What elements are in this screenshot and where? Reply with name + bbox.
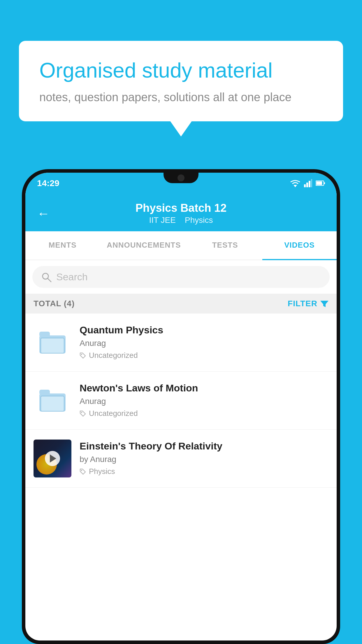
filter-icon [320, 300, 328, 308]
video-info: Newton's Laws of Motion Anurag Uncategor… [80, 382, 328, 418]
play-button[interactable] [45, 451, 60, 466]
tag-label: Uncategorized [89, 351, 138, 360]
status-icons [290, 179, 325, 187]
folder-icon-wrapper [34, 323, 71, 361]
svg-marker-10 [320, 301, 328, 307]
app-header: ← Physics Batch 12 IIT JEE Physics [25, 194, 337, 231]
speech-bubble-section: Organised study material notes, question… [19, 41, 343, 121]
tag-label: Physics [89, 467, 115, 476]
search-container: Search [25, 260, 337, 294]
video-author: by Anurag [80, 455, 328, 464]
list-item[interactable]: Einstein's Theory Of Relativity by Anura… [25, 430, 337, 488]
svg-line-9 [48, 278, 51, 282]
svg-point-11 [81, 354, 82, 355]
header-title: Physics Batch 12 [59, 202, 303, 214]
filter-bar: TOTAL (4) FILTER [25, 294, 337, 314]
video-list: Quantum Physics Anurag Uncategorized [25, 314, 337, 488]
list-item[interactable]: Quantum Physics Anurag Uncategorized [25, 314, 337, 372]
tabs-bar: MENTS ANNOUNCEMENTS TESTS VIDEOS [25, 231, 337, 260]
phone-screen: 14:29 [25, 173, 337, 640]
battery-icon [316, 180, 325, 186]
list-item[interactable]: Newton's Laws of Motion Anurag Uncategor… [25, 372, 337, 430]
phone-frame: 14:29 [22, 169, 340, 644]
svg-point-12 [81, 412, 82, 413]
folder-icon-wrapper [34, 382, 71, 419]
svg-point-13 [81, 470, 82, 471]
search-placeholder: Search [56, 271, 88, 283]
svg-rect-4 [311, 179, 312, 187]
tab-announcements[interactable]: ANNOUNCEMENTS [100, 231, 188, 260]
video-title: Quantum Physics [80, 323, 328, 336]
speech-bubble-card: Organised study material notes, question… [19, 41, 343, 121]
folder-icon [39, 390, 66, 412]
video-title: Newton's Laws of Motion [80, 382, 328, 394]
filter-label: FILTER [288, 299, 317, 308]
speech-bubble-subtext: notes, question papers, solutions all at… [39, 91, 323, 104]
speech-bubble-heading: Organised study material [39, 58, 323, 83]
video-tag: Uncategorized [80, 351, 328, 360]
tab-videos[interactable]: VIDEOS [262, 231, 337, 260]
header-tag2: Physics [185, 216, 213, 225]
filter-button[interactable]: FILTER [288, 299, 328, 308]
search-icon [41, 272, 52, 282]
video-author: Anurag [80, 339, 328, 348]
tag-label: Uncategorized [89, 409, 138, 418]
video-thumbnail [34, 440, 71, 477]
phone-notch [164, 173, 198, 183]
status-time: 14:29 [37, 178, 59, 188]
search-input-wrapper[interactable]: Search [32, 266, 330, 288]
tag-icon [80, 410, 86, 417]
header-subtitle: IIT JEE Physics [59, 216, 303, 225]
video-tag: Physics [80, 467, 328, 476]
svg-rect-6 [316, 181, 322, 185]
video-title: Einstein's Theory Of Relativity [80, 440, 328, 452]
back-button[interactable]: ← [37, 206, 50, 221]
svg-marker-0 [294, 185, 297, 187]
header-tag1: IIT JEE [149, 216, 176, 225]
folder-icon [39, 332, 66, 354]
svg-rect-3 [309, 181, 310, 187]
tab-ments[interactable]: MENTS [25, 231, 100, 260]
tag-icon [80, 468, 86, 475]
signal-icon [304, 179, 312, 187]
svg-rect-2 [306, 183, 308, 187]
header-title-group: Physics Batch 12 IIT JEE Physics [59, 202, 303, 225]
tab-tests[interactable]: TESTS [188, 231, 262, 260]
front-camera [178, 174, 184, 181]
tag-icon [80, 352, 86, 359]
svg-rect-7 [324, 182, 325, 184]
video-tag: Uncategorized [80, 409, 328, 418]
video-info: Quantum Physics Anurag Uncategorized [80, 323, 328, 360]
wifi-icon [290, 179, 301, 187]
total-count: TOTAL (4) [34, 299, 75, 308]
svg-rect-1 [304, 184, 306, 187]
video-author: Anurag [80, 397, 328, 406]
video-info: Einstein's Theory Of Relativity by Anura… [80, 440, 328, 476]
